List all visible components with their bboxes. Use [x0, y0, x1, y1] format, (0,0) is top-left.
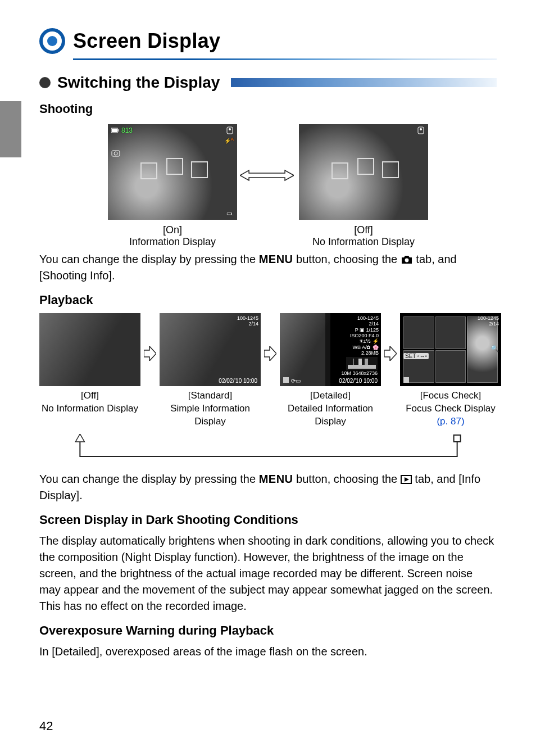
magnifier-icon: 🔍	[490, 345, 499, 352]
shooting-off-column: [Off] No Information Display	[290, 124, 437, 248]
playback-focus-column: 100-1245 2/14 🔍 SET ▫↔▫ [Focus Check] Fo…	[400, 313, 501, 428]
shots-remaining: 813	[121, 126, 133, 134]
svg-point-8	[229, 128, 231, 130]
svg-point-6	[114, 152, 117, 155]
shooting-on-column: 813 ⚡A ▭L [On] Information Display	[99, 124, 246, 248]
shooting-body-text: You can change the display by pressing t…	[39, 251, 497, 284]
playback-off-column: [Off] No Information Display	[39, 313, 140, 415]
overexposure-subhead: Overexposure Warning during Playback	[39, 623, 497, 638]
svg-point-1	[47, 36, 57, 46]
focus-counter: 100-1245 2/14	[478, 315, 499, 327]
text-frag: button, choosing the	[293, 253, 401, 265]
playback-standard-column: 100-1245 2/14 02/02/'10 10:00 [Standard]…	[160, 313, 261, 428]
pb-detailed-desc: Detailed Information Display	[280, 402, 381, 428]
page-side-tab	[0, 101, 21, 157]
standard-counter: 100-1245 2/14	[237, 315, 258, 327]
detailed-info-text: 100-1245 2/14 P ▣ 1/125 ISO200 F4.0 ☀±⅓ …	[350, 315, 379, 356]
pb-off-desc: No Information Display	[42, 402, 138, 415]
text-frag: You can change the display by pressing t…	[39, 473, 259, 485]
image-size-icon: ▭L	[226, 210, 234, 216]
page-title: Screen Display	[73, 29, 220, 53]
cycle-loop-diagram	[39, 434, 497, 468]
battery-icon	[111, 128, 119, 133]
pb-off-label: [Off]	[42, 390, 138, 402]
pb-focus-label: [Focus Check]	[406, 390, 496, 402]
shooting-off-desc: No Information Display	[312, 236, 415, 248]
text-frag: button, choosing the	[293, 473, 401, 485]
set-button-badge: SET ▫↔▫	[403, 353, 429, 359]
histogram-icon	[346, 357, 378, 370]
section-bullet-icon	[39, 77, 51, 88]
speaker-icon	[283, 377, 289, 383]
playback-standard-preview: 100-1245 2/14 02/02/'10 10:00	[160, 313, 261, 386]
face-detect-icon	[226, 126, 234, 135]
rotate-icon: ⟳▭	[291, 378, 301, 384]
double-arrow-icon	[240, 169, 294, 182]
standard-date: 02/02/'10 10:00	[219, 378, 257, 384]
shooting-on-label: [On]	[163, 224, 182, 236]
camera-tab-icon	[401, 255, 413, 265]
playback-off-preview	[39, 313, 140, 386]
playback-tab-icon	[401, 475, 412, 484]
arrow-right-icon	[384, 346, 397, 361]
ring-target-icon	[39, 28, 65, 54]
shooting-subhead: Shooting	[39, 102, 497, 116]
face-detect-icon	[417, 126, 425, 135]
dark-conditions-subhead: Screen Display in Dark Shooting Conditio…	[39, 513, 497, 527]
page-title-row: Screen Display	[39, 28, 497, 54]
pb-standard-desc: Simple Information Display	[160, 402, 261, 428]
section-heading-row: Switching the Display	[39, 74, 497, 92]
svg-marker-19	[405, 477, 409, 482]
playback-previews-row: [Off] No Information Display 100-1245 2/…	[39, 313, 497, 428]
playback-body-text: You can change the display by pressing t…	[39, 471, 497, 504]
pb-focus-desc: Focus Check Display	[406, 402, 496, 415]
flash-auto-icon: ⚡A	[224, 137, 234, 144]
text-frag: You can change the display by pressing t…	[39, 253, 259, 265]
detailed-res: 10M 3648x2736	[341, 370, 378, 376]
shooting-previews-row: 813 ⚡A ▭L [On] Information Display	[39, 124, 497, 248]
playback-detailed-column: 100-1245 2/14 P ▣ 1/125 ISO200 F4.0 ☀±⅓ …	[280, 313, 381, 428]
svg-point-11	[420, 128, 422, 130]
svg-marker-9	[240, 170, 294, 180]
dark-conditions-para: The display automatically brightens when…	[39, 533, 497, 614]
playback-subhead: Playback	[39, 293, 497, 307]
menu-button-label: MENU	[259, 473, 293, 485]
arrow-right-icon	[144, 346, 156, 361]
svg-rect-3	[117, 129, 119, 132]
svg-marker-16	[75, 434, 84, 442]
svg-marker-14	[264, 346, 276, 361]
pb-standard-label: [Standard]	[160, 390, 261, 402]
svg-rect-17	[454, 435, 461, 442]
speaker-icon	[403, 377, 409, 383]
svg-marker-15	[384, 346, 397, 361]
svg-marker-13	[144, 346, 156, 361]
shooting-off-label: [Off]	[354, 224, 373, 236]
detailed-date: 02/02/'10 10:00	[339, 378, 378, 384]
arrow-right-icon	[264, 346, 276, 361]
playback-detailed-preview: 100-1245 2/14 P ▣ 1/125 ISO200 F4.0 ☀±⅓ …	[280, 313, 381, 386]
pb-detailed-label: [Detailed]	[280, 390, 381, 402]
overexposure-para: In [Detailed], overexposed areas of the …	[39, 644, 497, 660]
section-divider	[231, 78, 497, 87]
menu-button-label: MENU	[259, 253, 293, 265]
playback-focus-preview: 100-1245 2/14 🔍 SET ▫↔▫	[400, 313, 501, 386]
section-heading: Switching the Display	[57, 74, 220, 92]
page-number: 42	[39, 719, 53, 734]
shooting-on-desc: Information Display	[129, 236, 216, 248]
svg-point-12	[405, 259, 408, 262]
shooting-on-preview: 813 ⚡A ▭L	[108, 124, 237, 220]
title-divider	[73, 58, 497, 60]
shooting-off-preview	[299, 124, 428, 220]
svg-rect-4	[112, 129, 117, 132]
pb-focus-pageref[interactable]: (p. 87)	[406, 415, 496, 428]
mode-auto-icon	[111, 149, 120, 159]
